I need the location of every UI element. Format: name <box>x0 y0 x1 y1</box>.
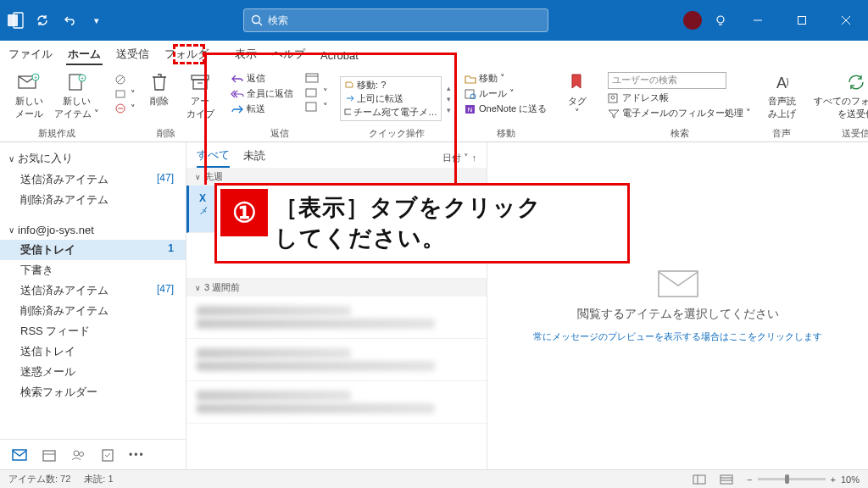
mail-item[interactable] <box>186 297 487 339</box>
svg-rect-0 <box>8 14 18 26</box>
annotation-connector <box>454 53 457 185</box>
account-header[interactable]: ∨info@jo-sys.net <box>0 220 186 240</box>
group-quick: 移動: ? 上司に転送 チーム宛て電子メ… ▴▾▾ クイック操作 <box>335 69 458 141</box>
tab-acrobat[interactable]: Acrobat <box>319 47 360 65</box>
ignore-button[interactable] <box>113 73 137 86</box>
address-book-button[interactable]: アドレス帳 <box>606 91 753 105</box>
reply-all-button[interactable]: 全員に返信 <box>229 86 295 101</box>
group-speech: A音声読 み上げ 音声 <box>758 69 805 141</box>
svg-rect-37 <box>43 451 55 461</box>
title-bar: ▾ <box>0 0 868 41</box>
svg-line-17 <box>117 76 124 83</box>
tab-help[interactable]: ヘルプ <box>270 45 307 65</box>
tab-home[interactable]: ホーム <box>66 45 103 65</box>
svg-rect-45 <box>721 475 732 484</box>
nav-sent[interactable]: 送信済みアイテム[47] <box>0 169 186 190</box>
search-icon <box>251 14 263 26</box>
group-sync-label: 送受信 <box>842 127 868 141</box>
calendar-module-icon[interactable] <box>42 448 56 462</box>
people-search-input[interactable]: ユーザーの検索 <box>608 72 726 89</box>
nav-junk[interactable]: 迷惑メール <box>0 362 186 382</box>
svg-text:A: A <box>776 75 787 92</box>
onenote-button[interactable]: NOneNote に送る <box>463 102 548 116</box>
sync-all-button[interactable]: すべてのフォルダー を送受信 <box>810 69 868 122</box>
view-normal-icon[interactable] <box>693 474 706 485</box>
group-reply-label: 返信 <box>270 127 289 141</box>
move-button[interactable]: 移動 ˅ <box>463 71 548 86</box>
rules-button[interactable]: ルール ˅ <box>463 86 548 101</box>
tab-view[interactable]: 表示 <box>233 45 259 65</box>
cleanup-button[interactable]: ˅ <box>113 87 137 101</box>
svg-rect-24 <box>306 74 318 82</box>
group-new: +新しい メール +新しい アイテム ˅ 新規作成 <box>5 69 108 141</box>
nav-sent2[interactable]: 送信済みアイテム[47] <box>0 280 186 301</box>
tasks-module-icon[interactable] <box>102 448 114 462</box>
nav-pane: ∨お気に入り 送信済みアイテム[47] 削除済みアイテム ∨info@jo-sy… <box>0 142 186 469</box>
search-box[interactable] <box>243 8 548 32</box>
list-group-3weeks[interactable]: ∨3 週間前 <box>186 279 487 297</box>
nav-rss[interactable]: RSS フィード <box>0 321 186 341</box>
svg-point-2 <box>253 16 260 24</box>
mail-item[interactable] <box>186 381 487 424</box>
tag-button[interactable]: タグ ˅ <box>559 69 596 120</box>
archive-button[interactable]: アー カイブ <box>181 69 219 122</box>
search-input[interactable] <box>268 14 541 26</box>
svg-rect-42 <box>659 271 698 297</box>
forward-button[interactable]: 転送 <box>229 102 295 116</box>
avatar[interactable] <box>683 11 702 30</box>
tab-file[interactable]: ファイル <box>7 45 54 65</box>
people-module-icon[interactable] <box>71 449 86 461</box>
nav-inbox[interactable]: 受信トレイ1 <box>0 240 186 260</box>
quick-steps-box[interactable]: 移動: ? 上司に転送 チーム宛て電子メ… <box>340 76 442 121</box>
list-tab-all[interactable]: すべて <box>197 147 230 168</box>
zoom-control[interactable]: −+ 10% <box>747 474 860 485</box>
reply-button[interactable]: 返信 <box>229 71 295 86</box>
svg-rect-43 <box>693 475 705 484</box>
maximize-button[interactable] <box>783 8 821 33</box>
meeting-button[interactable] <box>303 71 330 85</box>
nav-deleted2[interactable]: 削除済みアイテム <box>0 301 186 321</box>
more-reply-button[interactable]: ˅ <box>303 100 330 114</box>
new-mail-button[interactable]: +新しい メール <box>10 69 47 122</box>
nav-searchfolder[interactable]: 検索フォルダー <box>0 382 186 402</box>
list-sort[interactable]: 日付 ˅ ↑ <box>442 152 476 164</box>
reading-preview-link[interactable]: 常にメッセージのプレビューを表示する場合はここをクリックします <box>533 330 822 343</box>
group-search: ユーザーの検索 アドレス帳 電子メールのフィルター処理 ˅ 検索 <box>601 69 758 141</box>
nav-draft[interactable]: 下書き <box>0 260 186 280</box>
tab-sendrecv[interactable]: 送受信 <box>114 45 151 65</box>
svg-rect-27 <box>306 103 316 111</box>
nav-deleted[interactable]: 削除済みアイテム <box>0 190 186 210</box>
close-button[interactable] <box>827 8 865 33</box>
view-reading-icon[interactable] <box>720 474 733 485</box>
mail-item[interactable] <box>186 339 487 381</box>
envelope-icon <box>657 269 699 298</box>
read-aloud-button[interactable]: A音声読 み上げ <box>763 69 800 122</box>
nav-outbox[interactable]: 送信トレイ <box>0 341 186 362</box>
reading-empty-msg: 閲覧するアイテムを選択してください <box>577 307 779 322</box>
group-delete-label: 削除 <box>157 127 175 141</box>
status-item-count: アイテム数: 72 <box>8 473 70 485</box>
lightbulb-icon[interactable] <box>709 8 732 32</box>
mail-module-icon[interactable] <box>12 449 27 461</box>
new-item-button[interactable]: +新しい アイテム ˅ <box>51 69 103 122</box>
minimize-button[interactable] <box>739 8 776 33</box>
svg-rect-18 <box>116 91 125 97</box>
svg-rect-7 <box>798 17 806 25</box>
list-tab-unread[interactable]: 未読 <box>243 148 265 167</box>
delete-button[interactable]: 削除 <box>141 69 178 109</box>
svg-line-3 <box>259 23 263 26</box>
group-search-label: 検索 <box>670 127 689 141</box>
junk-button[interactable]: ˅ <box>113 102 137 115</box>
annotation-box: ① ［表示］タブをクリック してください。 <box>214 183 630 263</box>
undo-icon[interactable] <box>58 8 81 32</box>
group-move: 移動 ˅ ルール ˅ NOneNote に送る 移動 <box>458 69 554 141</box>
favorites-header[interactable]: ∨お気に入り <box>0 147 186 169</box>
filter-email-button[interactable]: 電子メールのフィルター処理 ˅ <box>606 106 753 120</box>
ribbon: +新しい メール +新しい アイテム ˅ 新規作成 ˅ ˅ 削除 アー カイブ … <box>0 66 868 142</box>
share-button[interactable]: ˅ <box>303 86 330 99</box>
annotation-connector <box>204 53 455 55</box>
qat-dropdown[interactable]: ▾ <box>85 8 108 32</box>
sync-icon[interactable] <box>31 8 54 32</box>
more-modules-icon[interactable]: ••• <box>129 449 145 461</box>
status-unread-count: 未読: 1 <box>84 473 113 485</box>
